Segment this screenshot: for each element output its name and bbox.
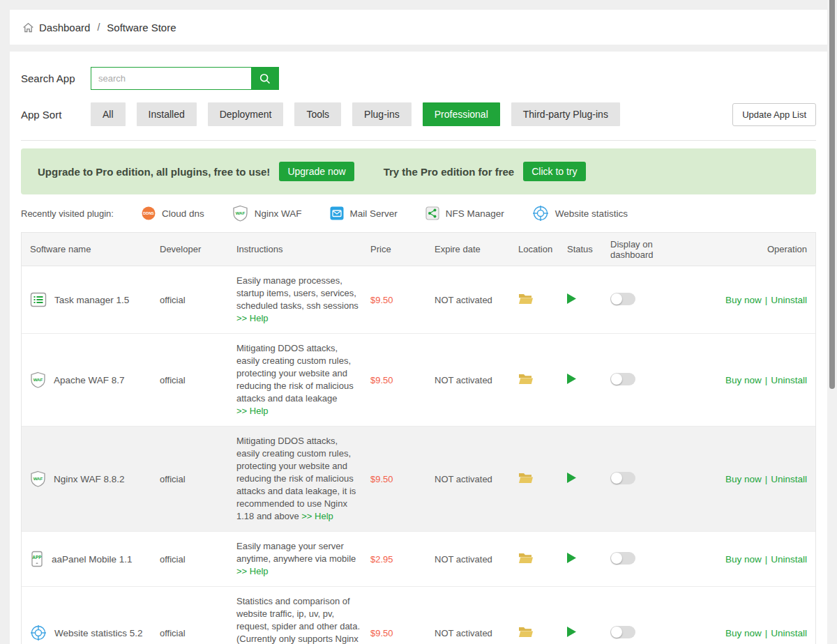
recent-plugin-name: Mail Server [350, 208, 398, 219]
recent-plugin-name: NFS Manager [446, 208, 504, 219]
price: $9.50 [370, 375, 393, 385]
buy-now-link[interactable]: Buy now [725, 628, 762, 638]
svg-text:WAF: WAF [235, 210, 245, 215]
price: $9.50 [370, 474, 393, 484]
buy-now-link[interactable]: Buy now [725, 375, 762, 385]
sort-tab-deployment[interactable]: Deployment [208, 102, 284, 126]
column-header-instructions: Instructions [236, 239, 370, 260]
expire-date: NOT activated [435, 375, 492, 385]
developer: official [160, 295, 186, 305]
site-stats-icon [30, 624, 47, 641]
svg-text:APP: APP [32, 555, 42, 560]
banner-message: Upgrade to Pro edition, all plugins, fre… [38, 166, 270, 178]
recent-plugin-website-statistics[interactable]: Website statistics [532, 205, 628, 222]
instructions: Mitigating DDOS attacks, easily creating… [236, 343, 354, 404]
buy-now-link[interactable]: Buy now [725, 295, 762, 305]
instructions: Mitigating DDOS attacks, easily creating… [236, 436, 356, 521]
pro-banner: Upgrade to Pro edition, all plugins, fre… [21, 148, 816, 194]
sort-tab-third-party-plug-ins[interactable]: Third-party Plug-ins [511, 102, 620, 126]
svg-text:WAF: WAF [33, 476, 43, 481]
breadcrumb: Dashboard / Software Store [10, 10, 827, 45]
dashboard-toggle[interactable] [610, 552, 635, 565]
home-icon[interactable] [22, 22, 34, 33]
buy-now-link[interactable]: Buy now [725, 554, 762, 565]
folder-icon[interactable] [518, 293, 534, 305]
help-link[interactable]: >> Help [236, 566, 269, 576]
recent-plugin-cloud-dns[interactable]: DDNSCloud dns [142, 206, 204, 220]
buy-now-link[interactable]: Buy now [725, 474, 762, 484]
sort-tab-installed[interactable]: Installed [137, 102, 197, 126]
table-row-apache-waf-8-7: WAF Apache WAF 8.7 official Mitigating D… [22, 334, 815, 427]
help-link[interactable]: >> Help [236, 313, 269, 323]
price: $9.50 [370, 628, 393, 638]
search-icon [259, 72, 271, 85]
folder-icon[interactable] [518, 552, 534, 565]
recently-visited-items: DDNSCloud dnsWAFNginx WAFMail ServerNFS … [114, 205, 628, 222]
developer: official [160, 474, 186, 484]
app-sort-label: App Sort [21, 109, 91, 121]
play-icon[interactable] [567, 473, 576, 483]
software-name: Task manager 1.5 [54, 295, 129, 305]
svg-text:WAF: WAF [33, 377, 43, 382]
folder-icon[interactable] [518, 472, 534, 484]
play-icon[interactable] [567, 293, 576, 304]
uninstall-link[interactable]: Uninstall [771, 628, 807, 638]
uninstall-link[interactable]: Uninstall [771, 474, 807, 484]
recent-plugin-name: Website statistics [555, 208, 628, 219]
uninstall-link[interactable]: Uninstall [771, 554, 807, 565]
price: $2.95 [370, 554, 393, 565]
play-icon[interactable] [567, 553, 576, 563]
table-row-aapanel-mobile-1-1: APP aaPanel Mobile 1.1 official Easily m… [22, 532, 815, 587]
upgrade-now-button[interactable]: Upgrade now [279, 162, 354, 181]
waf-shield-icon: WAF [232, 205, 248, 222]
search-button[interactable] [251, 67, 279, 90]
uninstall-link[interactable]: Uninstall [771, 375, 807, 385]
page-scrollbar [827, 0, 837, 644]
sort-tab-tools[interactable]: Tools [294, 102, 341, 126]
waf-shield-icon: WAF [30, 470, 46, 487]
dashboard-toggle[interactable] [610, 373, 635, 385]
folder-icon[interactable] [518, 373, 534, 385]
recently-visited-label: Recently visited plugin: [21, 208, 114, 219]
recent-plugin-nfs-manager[interactable]: NFS Manager [425, 206, 504, 220]
sort-tab-professional[interactable]: Professional [423, 102, 500, 126]
recent-plugin-mail-server[interactable]: Mail Server [330, 206, 398, 220]
column-header-expire-date: Expire date [435, 240, 518, 259]
price: $9.50 [370, 295, 393, 305]
breadcrumb-dashboard[interactable]: Dashboard [39, 22, 90, 33]
click-to-try-button[interactable]: Click to try [523, 162, 585, 181]
task-manager-icon [30, 292, 47, 307]
update-app-list-button[interactable]: Update App List [732, 103, 816, 126]
help-link[interactable]: >> Help [236, 406, 269, 416]
mobile-app-icon: APP [30, 551, 44, 567]
search-label: Search App [21, 72, 91, 84]
help-link[interactable]: >> Help [301, 511, 333, 521]
software-name: Nginx WAF 8.8.2 [54, 474, 125, 484]
nfs-icon [425, 206, 439, 220]
developer: official [160, 375, 186, 385]
column-header-status: Status [567, 240, 610, 259]
recent-plugin-nginx-waf[interactable]: WAFNginx WAF [232, 205, 302, 222]
dashboard-toggle[interactable] [610, 293, 635, 305]
uninstall-link[interactable]: Uninstall [771, 295, 807, 305]
instructions: Statistics and comparison of website tra… [236, 596, 360, 644]
recent-plugin-name: Cloud dns [162, 208, 204, 219]
scrollbar-thumb[interactable] [829, 0, 835, 389]
dashboard-toggle[interactable] [610, 626, 635, 638]
app-sort-tabs: AllInstalledDeploymentToolsPlug-insProfe… [91, 102, 816, 126]
play-icon[interactable] [567, 374, 576, 384]
app-sort-row: App Sort AllInstalledDeploymentToolsPlug… [21, 102, 816, 126]
developer: official [160, 628, 186, 638]
folder-icon[interactable] [518, 626, 534, 638]
main-card: Search App App Sort AllInstalledDeployme… [10, 52, 827, 644]
sort-tab-plug-ins[interactable]: Plug-ins [352, 102, 412, 126]
mail-icon [330, 206, 344, 220]
play-icon[interactable] [567, 627, 576, 637]
search-input[interactable] [91, 67, 251, 90]
dashboard-toggle[interactable] [610, 472, 635, 484]
table-row-task-manager-1-5: Task manager 1.5 official Easily manage … [22, 266, 815, 334]
sort-tab-all[interactable]: All [91, 102, 126, 126]
recently-visited-row: Recently visited plugin: DDNSCloud dnsWA… [21, 205, 816, 222]
column-header-display-on-dashboard: Display on dashboard [610, 235, 684, 264]
recent-plugin-name: Nginx WAF [255, 208, 302, 219]
